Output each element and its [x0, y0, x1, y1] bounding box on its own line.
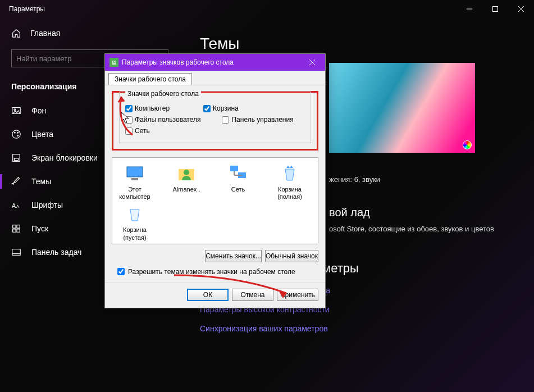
home-label: Главная — [30, 29, 60, 38]
checkbox-recycle[interactable]: Корзина — [203, 104, 239, 112]
subhead: вой лад — [329, 206, 534, 219]
home-icon — [11, 28, 21, 38]
minimize-button[interactable] — [457, 0, 482, 18]
dialog-icon: 🖥 — [109, 58, 118, 67]
checkbox-control[interactable]: Панель управления — [222, 116, 293, 124]
palette-icon — [11, 129, 21, 139]
picture-icon — [11, 106, 21, 116]
default-icon-button[interactable]: Обычный значок — [265, 250, 318, 262]
icon-this-pc[interactable]: Этот компьютер — [117, 163, 153, 200]
nav-label: Цвета — [31, 130, 53, 139]
dialog-tab[interactable]: Значки рабочего стола — [108, 73, 192, 85]
chk-label: Компьютер — [135, 104, 170, 112]
svg-point-8 — [17, 132, 19, 133]
checkbox-network[interactable]: Сеть — [125, 127, 150, 135]
icon-user[interactable]: Almanex . — [168, 163, 204, 200]
allow-themes-checkbox[interactable]: Разрешить темам изменять значки на рабоч… — [117, 268, 318, 276]
window-title: Параметры — [9, 5, 45, 13]
svg-rect-23 — [131, 178, 138, 180]
svg-rect-26 — [230, 166, 238, 171]
chk-label: Панель управления — [231, 116, 293, 124]
svg-point-6 — [12, 130, 20, 138]
brush-icon — [11, 176, 21, 186]
icon-label: Корзина (пустая) — [123, 226, 147, 240]
font-icon: AA — [11, 200, 21, 210]
checkbox-computer[interactable]: Компьютер — [125, 104, 170, 112]
nav-label: Панель задач — [31, 248, 81, 257]
icon-recycle-full[interactable]: Корзина (полная) — [272, 163, 308, 200]
group-legend: Значки рабочего стола — [125, 90, 201, 98]
nav-label: Экран блокировки — [31, 153, 98, 162]
ok-button[interactable]: ОК — [187, 289, 229, 301]
icon-label: Корзина (полная) — [277, 186, 302, 200]
chk-label: Файлы пользователя — [135, 116, 200, 124]
cancel-button[interactable]: Отмена — [232, 289, 273, 301]
theme-preview[interactable] — [329, 63, 475, 153]
page-title: Темы — [200, 35, 534, 53]
nav-label: Темы — [31, 177, 51, 186]
svg-rect-11 — [14, 158, 18, 161]
svg-text:A: A — [16, 204, 19, 209]
link-sync[interactable]: Синхронизация ваших параметров — [200, 324, 534, 333]
taskbar-icon — [11, 247, 21, 257]
svg-point-5 — [14, 109, 16, 111]
icons-groupbox: Значки рабочего стола Компьютер Корзина … — [112, 91, 318, 151]
theme-caption: жения: 6, звуки — [329, 175, 534, 184]
desktop-icons-dialog: 🖥 Параметры значков рабочего стола Значк… — [104, 53, 326, 308]
dialog-titlebar: 🖥 Параметры значков рабочего стола — [105, 54, 325, 71]
nav-label: Шрифты — [31, 200, 63, 209]
home-nav[interactable]: Главная — [0, 22, 180, 44]
icon-recycle-empty[interactable]: Корзина (пустая) — [117, 204, 153, 241]
apply-button[interactable]: Применить — [277, 289, 318, 301]
svg-rect-15 — [17, 225, 20, 228]
svg-point-9 — [17, 135, 19, 136]
change-icon-button[interactable]: Сменить значок... — [205, 250, 262, 262]
start-icon — [11, 224, 21, 234]
icon-network[interactable]: Сеть — [220, 163, 256, 200]
svg-point-25 — [184, 170, 189, 175]
svg-rect-18 — [12, 249, 20, 256]
nav-label: Фон — [31, 106, 46, 115]
close-button[interactable] — [508, 0, 534, 18]
lockscreen-icon — [11, 153, 21, 163]
maximize-button[interactable] — [482, 0, 508, 18]
svg-text:A: A — [12, 202, 16, 209]
svg-rect-17 — [17, 229, 20, 232]
checkbox-userfiles[interactable]: Файлы пользователя — [125, 116, 200, 124]
chk-label: Сеть — [135, 127, 150, 135]
titlebar: Параметры — [0, 0, 534, 18]
svg-rect-22 — [127, 167, 143, 177]
allow-label: Разрешить темам изменять значки на рабоч… — [128, 268, 295, 276]
body-text: osoft Store, состоящие из обоев, звуков … — [329, 225, 534, 233]
svg-rect-16 — [13, 229, 16, 232]
icon-label: Almanex . — [173, 186, 200, 193]
svg-rect-14 — [13, 225, 16, 228]
icon-preview-panel: Этот компьютер Almanex . Сеть Корзина (п… — [112, 157, 318, 244]
svg-rect-1 — [493, 7, 498, 12]
nav-label: Пуск — [31, 224, 48, 233]
svg-point-7 — [14, 132, 15, 133]
chk-label: Корзина — [213, 104, 239, 112]
color-wheel-icon — [463, 140, 472, 149]
dialog-title: Параметры значков рабочего стола — [122, 58, 234, 66]
icon-label: Сеть — [231, 186, 245, 193]
icon-label: Этот компьютер — [119, 186, 150, 200]
dialog-close-button[interactable] — [299, 54, 325, 71]
